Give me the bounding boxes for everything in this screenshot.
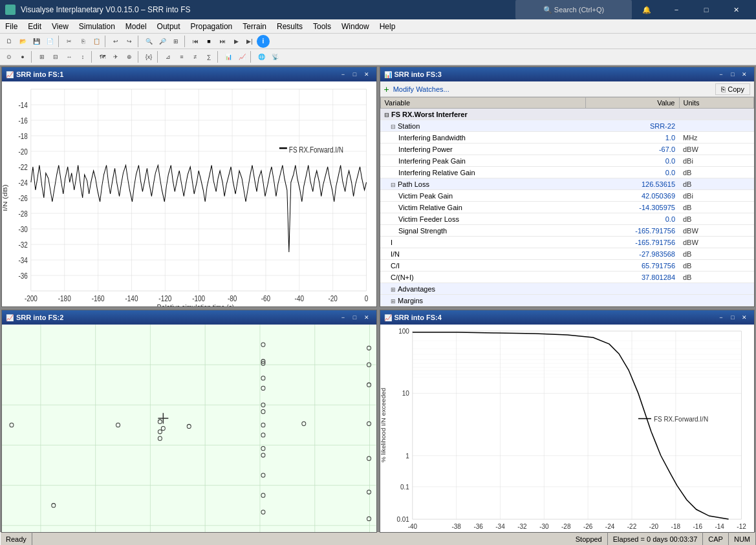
svg-text:-100: -100 (192, 294, 205, 303)
tb-run-to[interactable]: ▶| (243, 35, 256, 48)
svg-text:-120: -120 (158, 294, 171, 303)
tb-stop[interactable]: ■ (202, 35, 215, 48)
path-loss-value: 126.53615 (586, 178, 679, 190)
tb-t2[interactable]: ● (16, 50, 29, 63)
status-stopped: Stopped (570, 532, 608, 545)
notification-btn[interactable]: 🔔 (632, 0, 662, 19)
panel-4-maximize[interactable]: □ (727, 312, 739, 323)
copy-button[interactable]: ⎘ Copy (715, 83, 750, 95)
panel-2-minimize[interactable]: − (338, 312, 349, 323)
panel-3-maximize[interactable]: □ (727, 69, 739, 80)
panel-2-controls: − □ ✕ (338, 312, 373, 323)
tb-t15[interactable]: 📊 (222, 50, 235, 63)
panel-2-title-text: SRR into FS:2 (16, 314, 335, 321)
menu-help[interactable]: Help (374, 19, 401, 33)
svg-text:-22: -22 (627, 523, 636, 530)
tb-t3[interactable]: ⊞ (36, 50, 49, 63)
panel-1-close[interactable]: ✕ (361, 69, 373, 80)
menu-terrain[interactable]: Terrain (237, 19, 272, 33)
expand-icon[interactable]: ⊟ (391, 182, 396, 188)
tb-t18[interactable]: 📡 (268, 50, 281, 63)
tb-t16[interactable]: 📈 (235, 50, 248, 63)
panel-1-minimize[interactable]: − (338, 69, 349, 80)
row-label-CNI: C/(N+I) (380, 272, 586, 283)
tb-zoom-out[interactable]: 🔎 (156, 35, 169, 48)
svg-text:-34: -34 (495, 523, 505, 530)
expand-icon[interactable]: ⊞ (391, 286, 396, 293)
station-units (679, 120, 754, 132)
svg-text:-180: -180 (58, 294, 71, 303)
panel-4-minimize[interactable]: − (715, 312, 727, 323)
tb-saveas[interactable]: 📄 (43, 35, 56, 48)
tb-t10[interactable]: {x} (142, 50, 155, 63)
panel-3-minimize[interactable]: − (715, 69, 727, 80)
menu-propagation[interactable]: Propagation (186, 19, 238, 33)
tb-save[interactable]: 💾 (30, 35, 43, 48)
minimize-btn[interactable]: − (662, 0, 691, 19)
tb-redo[interactable]: ↪ (123, 35, 136, 48)
tb-run[interactable]: ▶ (230, 35, 243, 48)
menu-window[interactable]: Window (336, 19, 374, 33)
tb-paste[interactable]: 📋 (90, 35, 103, 48)
tb-t13[interactable]: ≠ (189, 50, 202, 63)
tb-info[interactable]: i (257, 35, 270, 48)
tb-t4[interactable]: ⊟ (49, 50, 62, 63)
expand-icon[interactable]: ⊞ (391, 298, 396, 305)
tb-copy[interactable]: ⎘ (76, 35, 89, 48)
tb-next[interactable]: ⏭ (216, 35, 229, 48)
menu-results[interactable]: Results (272, 19, 308, 33)
tb-t5[interactable]: ↔ (63, 50, 76, 63)
tb-t8[interactable]: ✈ (109, 50, 122, 63)
tb-t7[interactable]: 🗺 (96, 50, 109, 63)
menu-simulation[interactable]: Simulation (74, 19, 120, 33)
menu-file[interactable]: File (0, 19, 23, 33)
tb-fit[interactable]: ⊞ (169, 35, 182, 48)
search-box[interactable]: 🔍 Search (Ctrl+Q) (515, 0, 632, 19)
table-row: C/(N+I) 37.801284 dB (380, 272, 754, 283)
menu-view[interactable]: View (47, 19, 74, 33)
menu-model[interactable]: Model (120, 19, 152, 33)
data-table: Variable Value Units ⊟FS RX.Worst Interf… (380, 97, 755, 306)
tb-t6[interactable]: ↕ (76, 50, 89, 63)
row-label: Signal Strength (380, 225, 586, 237)
panel-4-close[interactable]: ✕ (739, 312, 750, 323)
row-label-CI: C/I (380, 260, 586, 272)
table-container[interactable]: Variable Value Units ⊟FS RX.Worst Interf… (380, 97, 755, 306)
row-units: dB (679, 202, 754, 213)
svg-text:-40: -40 (295, 294, 304, 303)
panel-2-close[interactable]: ✕ (361, 312, 373, 323)
tb-cut[interactable]: ✂ (63, 35, 76, 48)
modify-watches-link[interactable]: Modify Watches... (393, 85, 449, 93)
tb-t11[interactable]: ⊿ (162, 50, 175, 63)
menu-output[interactable]: Output (152, 19, 186, 33)
expand-icon[interactable]: ⊟ (384, 112, 389, 118)
row-label: Victim Peak Gain (380, 190, 586, 202)
tb-zoom-in[interactable]: 🔍 (142, 35, 155, 48)
table-row: Interfering Peak Gain 0.0 dBi (380, 155, 754, 167)
row-label: Interfering Peak Gain (380, 155, 586, 167)
panel-3-title: 📊 SRR into FS:3 − □ ✕ (380, 67, 755, 81)
tb-t12[interactable]: ≡ (175, 50, 188, 63)
panel-2-maximize[interactable]: □ (349, 312, 361, 323)
tb-t14[interactable]: ∑ (202, 50, 215, 63)
menu-tools[interactable]: Tools (308, 19, 336, 33)
menu-edit[interactable]: Edit (23, 19, 47, 33)
maximize-btn[interactable]: □ (691, 0, 721, 19)
panel-3-close[interactable]: ✕ (739, 69, 750, 80)
svg-text:-24: -24 (605, 523, 614, 530)
panel-1-maximize[interactable]: □ (349, 69, 361, 80)
tb-undo[interactable]: ↩ (109, 35, 122, 48)
tb-play[interactable]: ⏮ (189, 35, 202, 48)
svg-text:-26: -26 (19, 194, 28, 202)
close-btn[interactable]: ✕ (721, 0, 751, 19)
tb-t9[interactable]: ⊕ (123, 50, 136, 63)
sep2 (105, 36, 107, 47)
svg-text:-26: -26 (583, 523, 592, 530)
tb-t17[interactable]: 🌐 (255, 50, 268, 63)
expand-icon[interactable]: ⊟ (391, 123, 396, 130)
tb-t1[interactable]: ⊙ (3, 50, 16, 63)
svg-text:-12: -12 (737, 523, 746, 530)
tb-new[interactable]: 🗋 (3, 35, 16, 48)
tb-open[interactable]: 📂 (16, 35, 29, 48)
svg-text:-34: -34 (19, 256, 28, 264)
